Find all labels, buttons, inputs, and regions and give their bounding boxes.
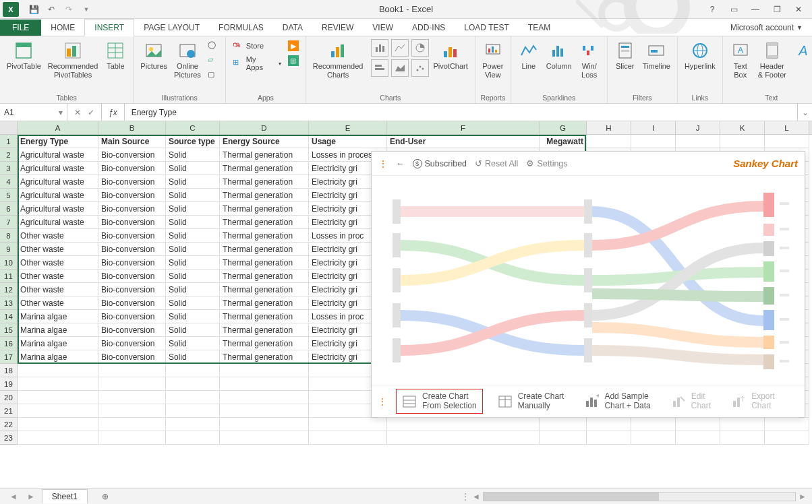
cell[interactable]: Thermal generation [220, 350, 309, 364]
row-header[interactable]: 15 [0, 323, 18, 337]
cell[interactable] [220, 391, 309, 404]
cell[interactable] [166, 377, 220, 391]
row-header[interactable]: 8 [0, 229, 18, 243]
row-header[interactable]: 17 [0, 350, 18, 364]
tab-page-layout[interactable]: PAGE LAYOUT [134, 20, 209, 36]
power-view-button[interactable]: Power View [480, 39, 506, 80]
spreadsheet-grid[interactable]: A B C D E F G H I J K L 1Energy TypeMain… [0, 121, 812, 488]
export-chart-button[interactable]: ExportChart [726, 389, 780, 412]
row-header[interactable]: 11 [0, 270, 18, 283]
cell[interactable] [720, 418, 765, 431]
pivottable-button[interactable]: PivotTable [4, 39, 44, 72]
sheet-nav-next-icon[interactable]: ► [24, 492, 38, 501]
cell[interactable]: Usage [309, 135, 387, 148]
name-box[interactable]: A1▾ [0, 104, 67, 121]
cell[interactable]: Bio-conversion [98, 229, 166, 243]
cell[interactable]: Bio-conversion [98, 296, 166, 310]
panel-bottom-menu-icon[interactable]: ⋮ [378, 397, 386, 406]
row-header[interactable]: 1 [0, 135, 18, 148]
formula-input[interactable]: Energy Type [125, 104, 797, 121]
cell[interactable]: Solid [166, 270, 220, 283]
cell[interactable]: Agricultural waste [18, 148, 98, 162]
chart-scatter-button[interactable] [411, 59, 429, 77]
row-header[interactable]: 7 [0, 216, 18, 229]
tab-formulas[interactable]: FORMULAS [209, 20, 273, 36]
cell[interactable]: Solid [166, 162, 220, 175]
cell[interactable]: Solid [166, 256, 220, 270]
cell[interactable]: Solid [166, 350, 220, 364]
col-header[interactable]: C [166, 121, 220, 134]
row-header[interactable]: 18 [0, 364, 18, 377]
select-all-corner[interactable] [0, 121, 18, 134]
cell[interactable]: Bio-conversion [98, 243, 166, 256]
cell[interactable]: Other waste [18, 229, 98, 243]
cell[interactable]: Solid [166, 283, 220, 296]
fx-icon[interactable]: ƒx [102, 104, 125, 121]
cell[interactable]: Agricultural waste [18, 162, 98, 175]
cell[interactable]: Solid [166, 296, 220, 310]
cell[interactable]: Thermal generation [220, 243, 309, 256]
cell[interactable] [18, 404, 98, 418]
cell[interactable]: Thermal generation [220, 202, 309, 216]
settings-button[interactable]: ⚙ Settings [526, 158, 567, 168]
cell[interactable]: Bio-conversion [98, 148, 166, 162]
sheet-tab[interactable]: Sheet1 [42, 489, 88, 503]
row-header[interactable]: 13 [0, 296, 18, 310]
pictures-button[interactable]: Pictures [138, 39, 170, 72]
cell[interactable]: Energy Source [220, 135, 309, 148]
cell[interactable] [765, 135, 809, 148]
scroll-split-icon[interactable]: ⋮ [461, 492, 469, 501]
cell[interactable]: Bio-conversion [98, 189, 166, 202]
qat-customize-icon[interactable]: ▼ [80, 3, 93, 16]
cell[interactable] [676, 135, 720, 148]
cell[interactable]: Thermal generation [220, 270, 309, 283]
add-sample-button[interactable]: + Add SampleChart + Data [579, 389, 656, 412]
col-header[interactable]: K [720, 121, 765, 134]
store-button[interactable]: 🛍Store [230, 39, 284, 53]
col-header[interactable]: J [676, 121, 720, 134]
chart-line-button[interactable] [391, 39, 409, 57]
tab-review[interactable]: REVIEW [312, 20, 363, 36]
cell[interactable] [18, 377, 98, 391]
new-sheet-button[interactable]: ⊕ [98, 490, 112, 503]
cell[interactable] [720, 135, 765, 148]
tab-data[interactable]: DATA [273, 20, 312, 36]
text-box-button[interactable]: AText Box [727, 39, 754, 80]
cell[interactable] [676, 431, 720, 445]
cell[interactable]: Solid [166, 229, 220, 243]
pivotchart-button[interactable]: PivotChart [430, 39, 470, 72]
cell[interactable]: Solid [166, 189, 220, 202]
cell[interactable] [587, 418, 631, 431]
cell[interactable] [166, 418, 220, 431]
cell[interactable] [166, 391, 220, 404]
cell[interactable]: Bio-conversion [98, 323, 166, 337]
cell[interactable]: Solid [166, 337, 220, 350]
edit-chart-button[interactable]: EditChart [666, 389, 716, 412]
cell[interactable]: Marina algae [18, 310, 98, 323]
tab-insert[interactable]: INSERT [84, 19, 134, 36]
cell[interactable]: Marina algae [18, 323, 98, 337]
recommended-charts-button[interactable]: Recommended Charts [310, 39, 366, 80]
account-menu[interactable]: Microsoft account▼ [721, 20, 812, 36]
undo-icon[interactable]: ↶ [45, 3, 58, 16]
cell[interactable]: Other waste [18, 283, 98, 296]
cell[interactable] [587, 431, 631, 445]
cell[interactable] [98, 431, 166, 445]
cell[interactable]: Thermal generation [220, 337, 309, 350]
cell[interactable]: Agricultural waste [18, 202, 98, 216]
formula-expand-icon[interactable]: ⌄ [797, 104, 812, 121]
cell[interactable]: Megawatt [540, 135, 587, 148]
cell[interactable] [98, 404, 166, 418]
cell[interactable]: Thermal generation [220, 216, 309, 229]
subscribed-button[interactable]: $Subscribed [413, 159, 467, 168]
sparkline-column-button[interactable]: Column [544, 39, 575, 72]
cell[interactable] [540, 418, 587, 431]
cell[interactable] [220, 418, 309, 431]
slicer-button[interactable]: Slicer [612, 39, 639, 72]
cell[interactable]: Thermal generation [220, 283, 309, 296]
cell[interactable]: Solid [166, 310, 220, 323]
cell[interactable] [720, 431, 765, 445]
cell[interactable]: Solid [166, 323, 220, 337]
cell[interactable]: Thermal generation [220, 229, 309, 243]
back-icon[interactable]: ← [396, 159, 405, 168]
